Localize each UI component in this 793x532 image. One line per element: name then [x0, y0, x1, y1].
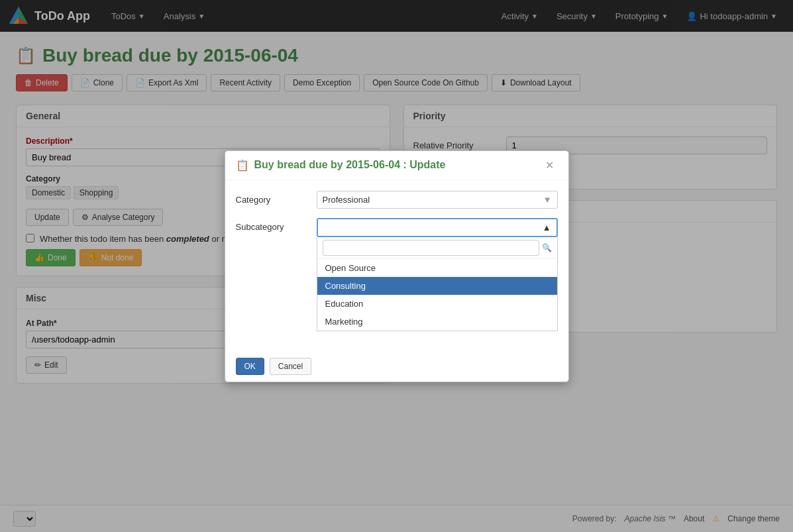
dropdown-item-marketing[interactable]: Marketing — [317, 313, 557, 331]
modal-subcategory-label: Subcategory — [236, 218, 309, 232]
search-icon: 🔍 — [542, 243, 552, 252]
update-modal: 📋 Buy bread due by 2015-06-04 : Update ✕… — [225, 150, 569, 382]
modal-ok-button[interactable]: OK — [236, 358, 264, 375]
modal-category-label: Category — [236, 191, 309, 205]
subcategory-trigger-inner: ▲ — [318, 219, 556, 236]
modal-category-row: Category Professional ▼ — [236, 191, 558, 209]
modal-subcategory-control: ▲ 🔍 Open Source Consulting Education Mar… — [317, 218, 558, 331]
subcategory-search-box: 🔍 — [317, 237, 557, 259]
modal-body: Category Professional ▼ Subcategory ▲ — [225, 180, 568, 351]
subcategory-dropdown-trigger[interactable]: ▲ — [317, 218, 558, 237]
modal-header: 📋 Buy bread due by 2015-06-04 : Update ✕ — [225, 151, 568, 180]
modal-footer: OK Cancel — [225, 351, 568, 382]
modal-overlay[interactable]: 📋 Buy bread due by 2015-06-04 : Update ✕… — [0, 0, 793, 407]
modal-title-icon: 📋 — [236, 159, 249, 172]
modal-cancel-button[interactable]: Cancel — [270, 358, 311, 375]
subcategory-dropdown-list: 🔍 Open Source Consulting Education Marke… — [317, 237, 558, 331]
modal-subcategory-row: Subcategory ▲ 🔍 Open Source — [236, 218, 558, 331]
modal-close-button[interactable]: ✕ — [541, 158, 558, 173]
modal-title: 📋 Buy bread due by 2015-06-04 : Update — [236, 159, 446, 172]
subcategory-search-input[interactable] — [323, 240, 539, 256]
dropdown-item-consulting[interactable]: Consulting — [317, 277, 557, 295]
dropdown-item-opensource[interactable]: Open Source — [317, 259, 557, 277]
subcategory-up-caret: ▲ — [543, 223, 551, 233]
dropdown-item-education[interactable]: Education — [317, 295, 557, 313]
modal-category-control: Professional ▼ — [317, 191, 558, 209]
category-select[interactable]: Professional ▼ — [317, 191, 558, 209]
category-select-caret: ▼ — [543, 195, 552, 205]
